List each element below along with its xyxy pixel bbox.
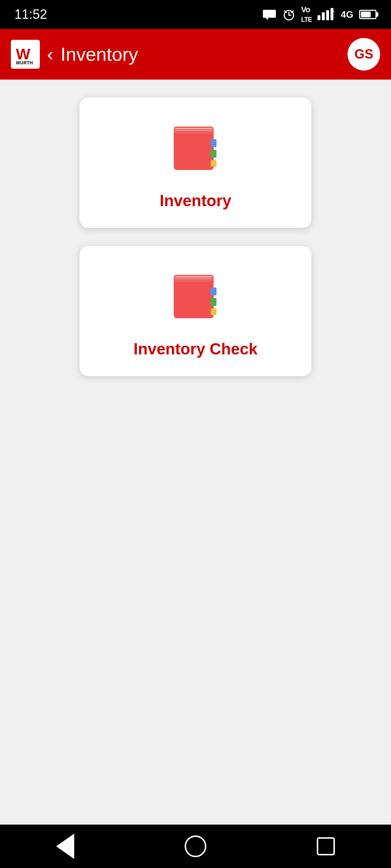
inventory-book-icon [167, 119, 224, 177]
svg-rect-18 [175, 128, 212, 129]
battery-icon [359, 10, 377, 19]
signal-icon: + [318, 8, 335, 21]
alarm-icon [282, 8, 295, 21]
svg-text:+: + [331, 8, 335, 14]
svg-rect-23 [174, 278, 214, 318]
svg-marker-1 [266, 18, 269, 20]
network-type: 4G [341, 9, 353, 20]
svg-text:WÜRTH: WÜRTH [16, 60, 33, 65]
page-title: Inventory [60, 43, 348, 65]
svg-rect-28 [211, 288, 216, 295]
book-icon-svg [167, 119, 224, 177]
svg-rect-9 [326, 10, 329, 20]
svg-rect-30 [211, 309, 216, 315]
status-time: 11:52 [14, 7, 47, 22]
inventory-card[interactable]: Inventory [80, 98, 311, 228]
nav-recent-icon [317, 837, 335, 855]
svg-rect-20 [211, 139, 216, 147]
inventory-check-book-icon [167, 268, 224, 326]
back-button[interactable]: ‹ [47, 43, 53, 65]
volte-indicator: VoLTE [301, 5, 312, 24]
book-check-icon-svg [167, 268, 224, 326]
app-logo: W WÜRTH [11, 40, 40, 69]
nav-back-button[interactable] [52, 834, 78, 859]
svg-rect-22 [211, 160, 216, 167]
wurth-logo-svg: W WÜRTH [14, 43, 36, 65]
status-icons: VoLTE + 4G [262, 5, 377, 24]
svg-rect-15 [174, 130, 214, 170]
nav-home-icon [185, 835, 206, 857]
nav-home-button[interactable] [183, 834, 208, 859]
nav-recent-button[interactable] [313, 834, 339, 859]
sms-icon [262, 9, 277, 20]
nav-bar [0, 825, 391, 868]
inventory-label: Inventory [160, 192, 231, 210]
inventory-check-label: Inventory Check [134, 340, 257, 358]
svg-rect-8 [322, 12, 325, 20]
svg-rect-0 [263, 10, 276, 18]
nav-back-icon [56, 834, 74, 859]
inventory-check-card[interactable]: Inventory Check [80, 246, 311, 376]
app-header: W WÜRTH ‹ Inventory GS [0, 29, 391, 80]
svg-rect-21 [211, 150, 216, 158]
svg-rect-27 [175, 278, 212, 279]
svg-rect-7 [318, 15, 320, 20]
svg-rect-19 [175, 130, 212, 131]
svg-rect-26 [175, 276, 212, 277]
svg-rect-29 [211, 298, 216, 306]
user-avatar[interactable]: GS [348, 38, 380, 71]
status-bar: 11:52 VoLTE + 4G [0, 0, 391, 29]
svg-text:W: W [16, 46, 30, 63]
avatar-initials: GS [354, 47, 373, 62]
main-content: Inventory Inventory Check [0, 80, 391, 825]
